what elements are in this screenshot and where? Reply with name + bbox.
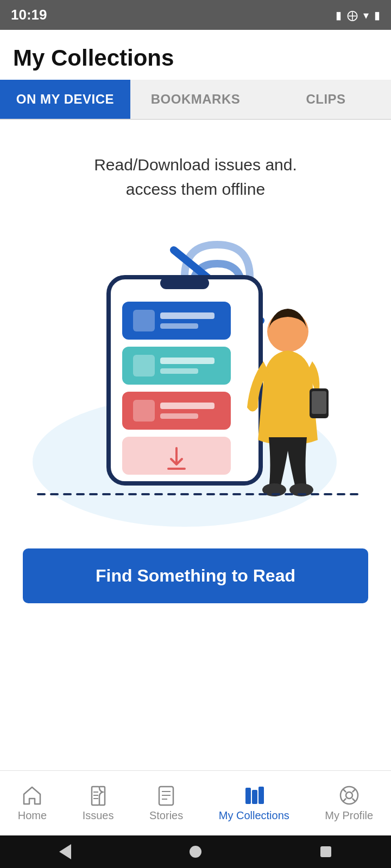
tab-clips[interactable]: CLIPS [261, 80, 391, 119]
nav-label-my-collections: My Collections [219, 809, 289, 822]
home-icon [21, 784, 43, 806]
tab-bookmarks[interactable]: BOOKMARKS [130, 80, 261, 119]
svg-rect-12 [160, 368, 198, 374]
svg-rect-4 [160, 277, 209, 289]
find-something-button[interactable]: Find Something to Read [23, 548, 368, 603]
nav-label-my-profile: My Profile [325, 809, 373, 822]
recents-button[interactable] [315, 841, 337, 863]
svg-point-37 [346, 792, 352, 799]
header: My Collections [0, 30, 391, 80]
nav-item-my-profile[interactable]: My Profile [316, 780, 382, 826]
stories-icon [155, 784, 177, 806]
page-title: My Collections [13, 45, 378, 71]
bottom-nav: Home Issues Stories My Collections [0, 770, 391, 835]
tabs-container: ON MY DEVICE BOOKMARKS CLIPS [0, 80, 391, 120]
main-content: Read/Download issues and. access them of… [0, 120, 391, 636]
empty-state-message: Read/Download issues and. access them of… [94, 152, 297, 201]
nav-item-stories[interactable]: Stories [141, 780, 192, 826]
home-button[interactable] [185, 841, 206, 863]
svg-rect-15 [160, 403, 215, 409]
nav-item-issues[interactable]: Issues [74, 780, 123, 826]
nav-label-home: Home [18, 809, 47, 822]
svg-rect-8 [160, 323, 198, 329]
svg-rect-33 [245, 788, 251, 804]
wifi-icon: ▾ [363, 9, 369, 22]
data-icon: ⨁ [347, 9, 358, 22]
status-bar: 10:19 ▮ ⨁ ▾ ▮ [0, 0, 391, 30]
svg-rect-6 [133, 310, 155, 331]
illustration [13, 223, 378, 527]
svg-rect-7 [160, 312, 215, 319]
status-time: 10:19 [11, 7, 47, 23]
svg-rect-35 [258, 787, 264, 804]
nav-item-home[interactable]: Home [9, 780, 55, 826]
offline-illustration [22, 223, 369, 527]
tab-on-my-device[interactable]: ON MY DEVICE [0, 80, 130, 119]
collections-icon [243, 784, 265, 806]
svg-rect-24 [312, 391, 326, 414]
system-nav-bar [0, 835, 391, 868]
svg-rect-14 [133, 400, 155, 422]
issues-icon [87, 784, 109, 806]
empty-line2: access them offline [126, 180, 265, 198]
nav-item-my-collections[interactable]: My Collections [210, 780, 298, 826]
battery-icon: ▮ [374, 9, 380, 22]
empty-line1: Read/Download issues and. [94, 156, 297, 174]
svg-point-36 [340, 787, 358, 804]
svg-rect-34 [252, 790, 257, 804]
svg-rect-11 [160, 358, 215, 364]
profile-icon [338, 784, 360, 806]
status-icons: ▮ ⨁ ▾ ▮ [336, 9, 380, 22]
svg-rect-10 [133, 355, 155, 376]
back-button[interactable] [54, 841, 76, 863]
svg-rect-16 [160, 413, 198, 419]
sim-icon: ▮ [336, 9, 342, 22]
nav-label-issues: Issues [83, 809, 114, 822]
nav-label-stories: Stories [149, 809, 183, 822]
